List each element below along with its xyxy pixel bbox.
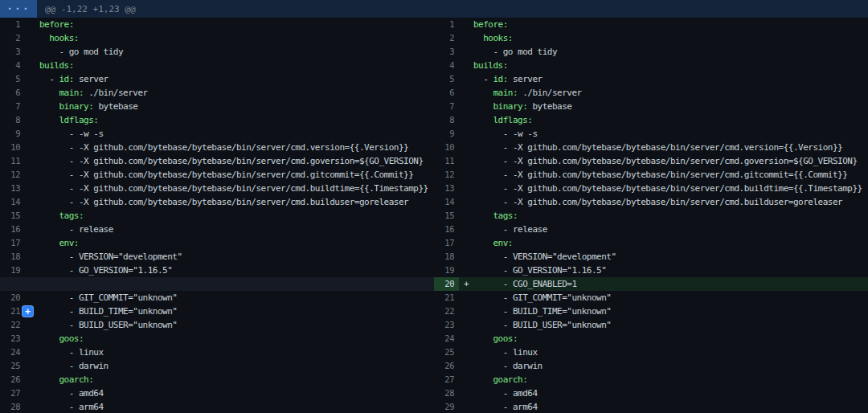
code-line: - BUILD_USER="unknown" bbox=[39, 318, 434, 332]
code-line: - id: server bbox=[473, 72, 868, 86]
left-diff-row-5: 5 - id: server bbox=[0, 72, 434, 86]
line-number[interactable]: 9 bbox=[434, 127, 459, 141]
line-number[interactable]: 28 bbox=[0, 400, 25, 413]
left-diff-row-6: 6 main: ./bin/server bbox=[0, 86, 434, 100]
line-number[interactable]: 20 bbox=[434, 277, 459, 291]
line-number[interactable]: 3 bbox=[434, 45, 459, 59]
line-number[interactable]: 1 bbox=[0, 18, 25, 31]
left-diff-row-21: 21+ - BUILD_TIME="unknown" bbox=[0, 305, 434, 318]
right-diff-row-8: 8 ldflags: bbox=[434, 113, 868, 127]
diff-marker bbox=[25, 72, 39, 86]
line-number[interactable]: 2 bbox=[434, 31, 459, 45]
line-number[interactable]: 20 bbox=[0, 291, 25, 305]
line-number[interactable]: 11 bbox=[434, 154, 459, 168]
line-number[interactable]: 17 bbox=[434, 236, 459, 250]
line-number[interactable]: 1 bbox=[434, 18, 459, 31]
line-number[interactable]: 16 bbox=[434, 223, 459, 236]
line-number[interactable]: 19 bbox=[0, 264, 25, 277]
line-number[interactable]: 16 bbox=[0, 223, 25, 236]
expand-hunk-button[interactable]: ··· bbox=[0, 0, 37, 18]
line-number[interactable]: 7 bbox=[434, 100, 459, 113]
line-number[interactable]: 28 bbox=[434, 386, 459, 400]
line-number[interactable]: 26 bbox=[434, 359, 459, 373]
line-number[interactable]: 12 bbox=[434, 168, 459, 182]
line-number[interactable]: 10 bbox=[434, 141, 459, 154]
line-number[interactable]: 22 bbox=[434, 305, 459, 318]
diff-marker bbox=[459, 18, 473, 31]
line-number[interactable]: 15 bbox=[434, 209, 459, 223]
code-line: goarch: bbox=[39, 373, 434, 386]
line-number[interactable]: 5 bbox=[434, 72, 459, 86]
code-line: main: ./bin/server bbox=[473, 86, 868, 100]
code-line: - -X github.com/bytebase/bytebase/bin/se… bbox=[473, 195, 868, 209]
code-line: - BUILD_USER="unknown" bbox=[473, 318, 868, 332]
line-number[interactable]: 4 bbox=[0, 59, 25, 72]
diff-marker bbox=[25, 127, 39, 141]
addition-marker: + bbox=[459, 277, 473, 291]
line-number[interactable]: 22 bbox=[0, 318, 25, 332]
line-number[interactable]: 29 bbox=[434, 400, 459, 413]
line-number[interactable]: 7 bbox=[0, 100, 25, 113]
code-line: - VERSION="development" bbox=[473, 250, 868, 264]
line-number[interactable]: 18 bbox=[434, 250, 459, 264]
diff-marker bbox=[25, 113, 39, 127]
right-diff-row-18: 18 - VERSION="development" bbox=[434, 250, 868, 264]
line-number[interactable]: 23 bbox=[0, 332, 25, 346]
line-number[interactable]: 14 bbox=[0, 195, 25, 209]
left-diff-row-22: 22 - BUILD_USER="unknown" bbox=[0, 318, 434, 332]
line-number[interactable]: 27 bbox=[0, 386, 25, 400]
line-number[interactable]: 8 bbox=[434, 113, 459, 127]
line-number[interactable]: 27 bbox=[434, 373, 459, 386]
diff-marker bbox=[25, 318, 39, 332]
line-number[interactable]: 18 bbox=[0, 250, 25, 264]
line-number[interactable]: 11 bbox=[0, 154, 25, 168]
line-number[interactable]: 24 bbox=[0, 346, 25, 359]
line-number[interactable]: 21 bbox=[434, 291, 459, 305]
line-number[interactable]: 13 bbox=[0, 182, 25, 195]
diff-marker bbox=[459, 223, 473, 236]
right-diff-row-3: 3 - go mod tidy bbox=[434, 45, 868, 59]
line-number[interactable]: 17 bbox=[0, 236, 25, 250]
line-number[interactable]: 9 bbox=[0, 127, 25, 141]
diff-marker bbox=[25, 264, 39, 277]
line-number[interactable]: 24 bbox=[434, 332, 459, 346]
line-number[interactable]: 19 bbox=[434, 264, 459, 277]
right-diff-row-23: 23 - BUILD_USER="unknown" bbox=[434, 318, 868, 332]
diff-marker bbox=[25, 359, 39, 373]
code-line: goos: bbox=[39, 332, 434, 346]
left-diff-row-3: 3 - go mod tidy bbox=[0, 45, 434, 59]
diff-marker bbox=[25, 154, 39, 168]
right-diff-row-29: 29 - arm64 bbox=[434, 400, 868, 413]
line-number[interactable]: 25 bbox=[434, 346, 459, 359]
left-diff-row-19: 19 - GO_VERSION="1.16.5" bbox=[0, 264, 434, 277]
left-diff-row-28: 28 - arm64 bbox=[0, 400, 434, 413]
code-line: - linux bbox=[473, 346, 868, 359]
line-number[interactable]: 8 bbox=[0, 113, 25, 127]
diff-marker bbox=[25, 277, 39, 291]
diff-marker bbox=[459, 332, 473, 346]
line-number[interactable]: 5 bbox=[0, 72, 25, 86]
line-number[interactable]: 6 bbox=[434, 86, 459, 100]
line-number[interactable]: 10 bbox=[0, 141, 25, 154]
code-line: - amd64 bbox=[473, 386, 868, 400]
line-number[interactable]: 25 bbox=[0, 359, 25, 373]
right-diff-row-13: 13 - -X github.com/bytebase/bytebase/bin… bbox=[434, 182, 868, 195]
add-comment-button[interactable]: + bbox=[22, 305, 34, 317]
diff-marker bbox=[25, 223, 39, 236]
code-line: - CGO_ENABLED=1 bbox=[473, 277, 868, 291]
line-number[interactable]: 14 bbox=[434, 195, 459, 209]
code-line: - amd64 bbox=[39, 386, 434, 400]
left-diff-row-14: 14 - -X github.com/bytebase/bytebase/bin… bbox=[0, 195, 434, 209]
line-number[interactable]: 3 bbox=[0, 45, 25, 59]
code-line: binary: bytebase bbox=[473, 100, 868, 113]
line-number[interactable]: 6 bbox=[0, 86, 25, 100]
line-number[interactable]: 2 bbox=[0, 31, 25, 45]
line-number[interactable]: 13 bbox=[434, 182, 459, 195]
line-number[interactable]: 23 bbox=[434, 318, 459, 332]
diff-marker bbox=[459, 113, 473, 127]
diff-marker bbox=[459, 264, 473, 277]
line-number[interactable]: 15 bbox=[0, 209, 25, 223]
line-number[interactable]: 4 bbox=[434, 59, 459, 72]
line-number[interactable]: 12 bbox=[0, 168, 25, 182]
line-number[interactable]: 26 bbox=[0, 373, 25, 386]
